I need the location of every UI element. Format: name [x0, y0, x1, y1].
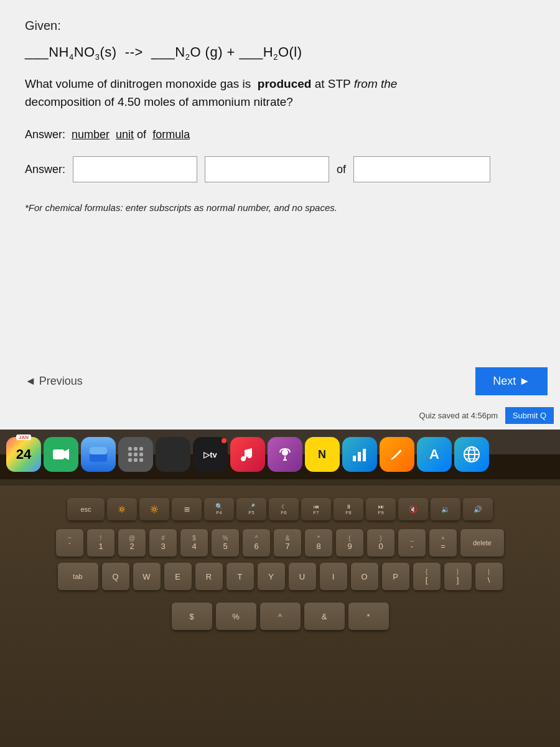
previous-button[interactable]: ◄ Previous: [12, 369, 95, 394]
answer-format-number: number: [72, 128, 110, 141]
percent-key[interactable]: %: [216, 603, 256, 630]
o-key[interactable]: O: [351, 563, 378, 590]
5-key[interactable]: %5: [212, 529, 239, 557]
w-key[interactable]: W: [133, 563, 161, 590]
f4-key[interactable]: 🔍 F4: [204, 498, 234, 520]
dock-music-icon[interactable]: [230, 437, 265, 472]
f8-key[interactable]: ⏸ F8: [334, 498, 363, 520]
answer-number-input[interactable]: [73, 156, 197, 182]
f10-key[interactable]: 🔇: [398, 498, 428, 520]
note-text: *For chemical formulas: enter subscripts…: [25, 202, 535, 213]
f12-key[interactable]: 🔊: [463, 498, 493, 520]
calendar-date: 24: [16, 448, 31, 461]
svg-rect-8: [358, 452, 361, 461]
dock-chart-icon[interactable]: [342, 437, 377, 472]
u-key[interactable]: U: [289, 563, 316, 590]
dock-finder-icon[interactable]: [81, 437, 116, 472]
svg-text:N: N: [318, 448, 326, 461]
svg-rect-0: [53, 449, 64, 459]
f3-key[interactable]: ⊞: [172, 498, 202, 520]
answer-formula-input[interactable]: [353, 156, 490, 182]
answer-label: Answer:: [25, 163, 65, 176]
answer-format: Answer: number unit of formula: [25, 128, 535, 141]
7-key[interactable]: &7: [274, 529, 301, 557]
r-key[interactable]: R: [195, 563, 223, 590]
answer-row: Answer: of: [25, 156, 535, 182]
notification-dot: [222, 438, 226, 443]
calendar-month: JAN: [16, 435, 31, 440]
ampersand-key[interactable]: &: [304, 603, 345, 630]
nav-area: ◄ Previous Next ►: [0, 367, 560, 395]
6-key[interactable]: ^6: [243, 529, 270, 557]
e-key[interactable]: E: [164, 563, 192, 590]
f2-key[interactable]: 🔆: [139, 498, 169, 520]
question-text: What volume of dinitrogen monoxide gas i…: [25, 75, 535, 111]
answer-unit-input[interactable]: [205, 156, 329, 182]
equals-key[interactable]: +=: [429, 529, 457, 557]
2-key[interactable]: @2: [118, 529, 146, 557]
4-key[interactable]: $4: [180, 529, 208, 557]
asterisk-key[interactable]: *: [348, 603, 389, 630]
0-key[interactable]: )0: [367, 529, 394, 557]
svg-rect-9: [363, 449, 366, 461]
f6-key[interactable]: ☾ F6: [269, 498, 299, 520]
dock-appletv-icon[interactable]: ▷tv: [193, 437, 228, 472]
dollar-key[interactable]: $: [172, 603, 212, 630]
i-key[interactable]: I: [320, 563, 347, 590]
dock-podcast-icon[interactable]: [268, 437, 302, 472]
p-key[interactable]: P: [382, 563, 409, 590]
bracket-close-key[interactable]: }]: [444, 563, 472, 590]
dock-globe-icon[interactable]: [454, 437, 489, 472]
backtick-key[interactable]: ~`: [56, 529, 83, 557]
f1-key[interactable]: 🔅: [107, 498, 137, 520]
dock-script-icon[interactable]: [380, 437, 414, 472]
next-button[interactable]: Next ►: [475, 367, 548, 395]
minus-key[interactable]: _-: [398, 529, 426, 557]
f7-key[interactable]: ⏮ F7: [301, 498, 331, 520]
y-key[interactable]: Y: [258, 563, 285, 590]
delete-key[interactable]: delete: [460, 529, 504, 557]
q-key[interactable]: Q: [102, 563, 129, 590]
answer-format-formula: formula: [152, 128, 190, 141]
svg-rect-3: [90, 447, 107, 454]
dock-system-icon[interactable]: [118, 437, 153, 472]
svg-rect-7: [353, 456, 356, 461]
dock-notes-icon[interactable]: N: [305, 437, 340, 472]
dock-translate-icon[interactable]: A: [417, 437, 452, 472]
t-key[interactable]: T: [226, 563, 254, 590]
svg-marker-1: [64, 449, 69, 460]
function-key-row: esc 🔅 🔆 ⊞ 🔍 F4 🎤 F5 ☾ F6 ⏮ F7 ⏸ F8 ⏭ F9 …: [67, 498, 493, 520]
keyboard-area: esc 🔅 🔆 ⊞ 🔍 F4 🎤 F5 ☾ F6 ⏮ F7 ⏸ F8 ⏭ F9 …: [0, 486, 560, 747]
dock-blank-icon[interactable]: [156, 437, 190, 472]
f9-key[interactable]: ⏭ F9: [366, 498, 396, 520]
svg-point-4: [282, 449, 288, 456]
dock-area: JAN 24 ▷tv: [0, 430, 560, 479]
caret-key[interactable]: ^: [260, 603, 301, 630]
9-key[interactable]: (9: [336, 529, 363, 557]
number-key-row: ~` !1 @2 #3 $4 %5 ^6 &7 *8 (9 )0 _- += d…: [56, 529, 504, 557]
given-label: Given:: [25, 19, 535, 33]
1-key[interactable]: !1: [87, 529, 114, 557]
equation: ___NH4NO3(s) --> ___N2O (g) + ___H2O(l): [25, 44, 535, 62]
bracket-open-key[interactable]: {[: [413, 563, 441, 590]
symbol-row: $ % ^ & *: [172, 603, 389, 630]
qwerty-key-row: tab Q W E R T Y U I O P {[ }] |\: [58, 563, 503, 590]
f11-key[interactable]: 🔉: [431, 498, 460, 520]
submit-button[interactable]: Submit Q: [505, 407, 554, 424]
answer-format-unit: unit: [116, 128, 134, 141]
escape-key[interactable]: esc: [67, 498, 105, 520]
dock-facetime-icon[interactable]: [44, 437, 78, 472]
tab-key[interactable]: tab: [58, 563, 98, 590]
of-label: of: [337, 163, 346, 176]
quiz-saved-text: Quiz saved at 4:56pm: [419, 411, 498, 420]
8-key[interactable]: *8: [305, 529, 332, 557]
dock-photos-icon[interactable]: JAN 24: [6, 437, 41, 472]
f5-key[interactable]: 🎤 F5: [236, 498, 266, 520]
backslash-key[interactable]: |\: [475, 563, 503, 590]
3-key[interactable]: #3: [149, 529, 177, 557]
